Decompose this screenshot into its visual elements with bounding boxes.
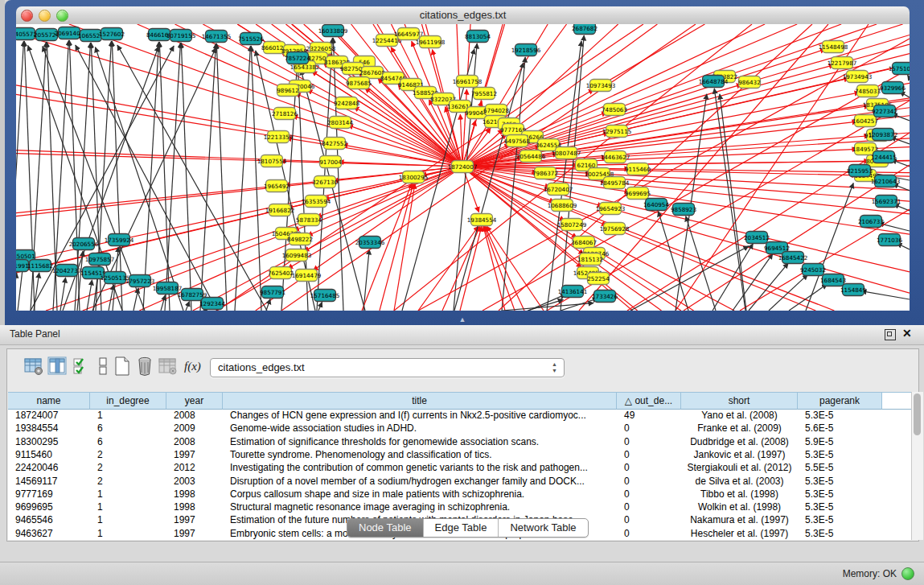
graph-node[interactable]: 10807487 [552,147,581,159]
graph-node[interactable]: 3684067 [571,237,597,249]
graph-node[interactable]: 17359924 [105,234,134,246]
graph-node[interactable]: 9875685 [346,77,372,89]
table-cell[interactable]: 2003 [166,475,223,488]
graph-node[interactable]: 12217987 [827,57,857,69]
close-panel-icon[interactable]: ✕ [902,327,912,340]
table-cell[interactable]: 5.5E-5 [798,461,882,474]
new-file-icon[interactable] [112,356,133,377]
table-cell[interactable]: 0 [617,527,681,540]
graph-node[interactable]: 15751074 [889,63,910,75]
table-cell[interactable]: Wolkin et al. (1998) [681,501,798,513]
table-cell[interactable]: 1997 [166,527,223,540]
zoom-window-icon[interactable] [56,10,68,22]
column-header-in_degree[interactable]: in_degree [90,392,166,410]
graph-node[interactable]: 9857791 [260,286,285,299]
graph-node[interactable]: 16720407 [544,183,573,196]
graph-node[interactable]: 10973493 [586,80,616,92]
table-cell[interactable]: Corpus callosum shape and size in male p… [223,488,617,501]
graph-node[interactable]: 1604257 [852,115,878,127]
graph-node[interactable]: 11548498 [819,41,848,53]
table-cell[interactable]: 0 [617,488,681,501]
table-cell[interactable]: 9699695 [8,501,90,513]
graph-node[interactable]: 14671355 [202,31,232,43]
graph-node[interactable]: 8215953 [847,165,873,177]
select-columns-icon[interactable] [72,356,92,377]
table-cell[interactable]: Jankovic et al. (1997) [681,448,798,461]
graph-node[interactable]: 1733426 [592,290,618,303]
table-cell[interactable]: Hescheler et al. (1997) [681,527,798,540]
graph-node[interactable]: 2718126 [272,108,298,120]
graph-node[interactable]: 19611998 [416,36,446,48]
table-cell[interactable]: 1 [90,513,166,526]
graph-node[interactable]: 2687682 [572,24,598,35]
graph-node[interactable]: 1965492 [264,180,290,192]
graph-node[interactable]: 20564486 [516,150,546,163]
graph-node[interactable]: 16845422 [778,252,808,264]
graph-node[interactable]: 7485063 [602,104,627,116]
graph-node[interactable]: 18495784 [600,177,630,189]
tab-node-table[interactable]: Node Table [347,519,424,537]
table-cell[interactable]: 0 [617,475,681,488]
graph-node[interactable]: 16961758 [453,76,483,88]
table-cell[interactable]: Franke et al. (2009) [681,422,798,435]
column-header-short[interactable]: short [681,392,798,410]
rows-icon[interactable] [92,356,113,377]
graph-node[interactable]: 1244415 [871,151,897,163]
table-cell[interactable]: 2008 [166,435,223,448]
table-cell[interactable]: 1998 [166,488,223,501]
table-cell[interactable]: 0 [617,422,681,435]
table-cell[interactable]: 0 [617,461,681,474]
table-mode-icon[interactable] [23,356,44,377]
table-cell[interactable]: 5.3E-5 [798,409,882,422]
table-cell[interactable]: 9115460 [8,448,90,461]
table-cell[interactable]: Genome-wide association studies in ADHD. [223,422,617,435]
table-cell[interactable]: Nakamura et al. (1997) [681,513,798,526]
graph-node[interactable]: 19384554 [467,214,497,226]
graph-node[interactable]: 9242848 [334,97,359,109]
graph-node[interactable]: 15807249 [557,219,587,231]
graph-node[interactable]: 8427552 [322,138,347,150]
table-cell[interactable]: 2008 [166,409,223,422]
graph-node[interactable]: 1154849 [840,284,866,296]
column-header-year[interactable]: year [166,392,223,410]
table-cell[interactable]: 2009 [166,422,223,435]
graph-node[interactable]: 1684543 [820,274,846,286]
tab-network-table[interactable]: Network Table [499,519,587,537]
close-window-icon[interactable] [21,10,33,22]
column-header-name[interactable]: name [8,392,90,410]
graph-node[interactable]: 917004 [319,156,342,168]
column-header-title[interactable]: title [223,392,617,410]
table-cell[interactable]: 5.9E-5 [798,435,882,448]
graph-node[interactable]: 12093872 [869,129,898,141]
delete-trash-icon[interactable] [134,356,155,377]
table-cell[interactable]: 9777169 [8,488,90,501]
table-cell[interactable]: 1 [90,527,166,540]
table-cell[interactable]: Dudbridge et al. (2008) [681,435,798,448]
graph-node[interactable]: 1115682 [27,260,53,272]
table-cell[interactable]: 1997 [166,513,223,526]
table-cell[interactable]: 2 [90,461,166,474]
graph-node[interactable]: 1771036 [877,234,902,246]
table-cell[interactable]: 2 [90,475,166,488]
graph-node[interactable]: 9227342 [872,105,897,117]
table-cell[interactable]: 18724007 [8,409,90,422]
table-cell[interactable]: Tibbo et al. (1998) [681,488,798,501]
graph-node[interactable]: 20353346 [355,237,385,249]
table-cell[interactable]: 18300295 [8,435,90,448]
table-cell[interactable]: Investigating the contribution of common… [223,461,617,474]
graph-node[interactable]: 12975115 [602,126,632,138]
graph-node[interactable]: 18300295 [399,171,429,183]
table-cell[interactable]: Tourette syndrome. Phenomenology and cla… [223,448,617,461]
graph-node[interactable]: 9115460 [625,163,651,175]
graph-node[interactable]: 7955812 [471,88,497,100]
graph-node[interactable]: 7986372 [532,167,558,179]
graph-node[interactable]: 6794028 [483,105,509,117]
graph-node[interactable]: 1815132 [577,253,603,266]
graph-node[interactable]: 15716485 [310,290,340,302]
table-cell[interactable]: Stergiakouli et al. (2012) [681,461,798,474]
table-cell[interactable]: Changes of HCN gene expression and I(f) … [223,409,617,422]
tab-edge-table[interactable]: Edge Table [424,519,499,537]
table-cell[interactable]: 2012 [166,461,223,474]
table-cell[interactable]: 0 [617,513,681,526]
scrollbar-thumb[interactable] [914,393,921,435]
